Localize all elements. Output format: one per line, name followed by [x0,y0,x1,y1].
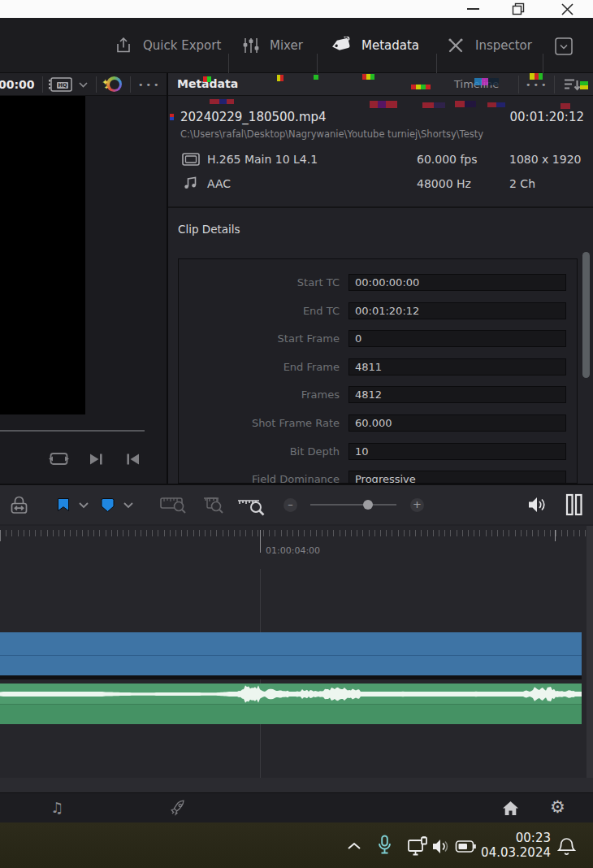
zoom-detail-icon [200,494,226,515]
field-input[interactable]: 00:01:20:12 [348,302,566,319]
field-row-shot-frame-rate: Shot Frame Rate60.000 [179,414,577,432]
marker-dropdown[interactable] [123,485,134,524]
quick-export-label: Quick Export [143,38,221,53]
toolbar-divider [436,54,437,75]
zoom-full-icon [159,494,188,515]
close-icon[interactable] [561,2,574,16]
viewer-scrubber[interactable] [0,430,145,432]
flag-dropdown[interactable] [78,485,89,524]
field-label: Shot Frame Rate [179,414,340,432]
tray-date: 04.03.2024 [455,845,551,860]
zoom-in-button[interactable]: + [410,485,424,524]
viewer-options-menu[interactable]: ••• [138,80,161,90]
clip-details-box: Start TC00:00:00:00End TC00:01:20:12Star… [178,258,578,484]
zoom-out-button[interactable]: – [284,485,297,524]
quick-export-button[interactable]: Quick Export [114,18,221,73]
lock-track-button[interactable] [8,485,30,524]
fairlight-page-icon[interactable]: ♫ [50,799,63,816]
notification-bell-icon[interactable] [557,836,576,857]
marker-button[interactable] [101,485,115,524]
metadata-scrollbar[interactable] [582,252,590,378]
glitch-artifact [203,76,211,82]
microphone-icon[interactable] [378,835,392,857]
timeline-ruler[interactable]: 01:00:04:00 [0,526,593,569]
metadata-tag-icon [330,37,352,55]
timeline-vertical-scrollbar[interactable] [587,526,593,569]
glitch-artifact [210,99,234,104]
glitch-artifact [314,75,318,80]
video-fps: 60.000 fps [417,153,478,166]
field-label: Field Dominance [179,471,340,484]
fusion-page-icon[interactable] [168,799,187,821]
video-codec: H.265 Main 10 L4.1 [207,153,318,166]
skip-next-icon [89,453,104,466]
playback-quality-button[interactable]: HQ [48,76,74,97]
custom-zoom-button[interactable] [236,485,266,524]
panel-options-menu[interactable]: ••• [526,80,548,90]
flag-button[interactable] [57,485,70,524]
cast-device-icon[interactable] [407,836,430,857]
field-label: Start Frame [179,330,340,348]
inspector-button[interactable]: Inspector [446,18,532,73]
field-row-start-frame: Start Frame0 [179,330,577,348]
mixer-toggle-button[interactable] [565,485,583,524]
color-enhance-button[interactable]: ✦ ✦ [103,76,123,93]
glitch-artifact [422,102,445,108]
panel-collapse-button[interactable] [554,37,574,59]
audio-rate: 48000 Hz [417,177,471,190]
audio-track-icon [184,176,197,190]
field-input[interactable]: 10 [348,443,566,460]
chevron-down-icon [123,501,134,509]
metadata-label: Metadata [361,38,419,53]
top-toolbar: Quick Export Mixer [0,18,593,73]
glitch-artifact [170,114,174,120]
zoom-slider[interactable] [310,485,396,524]
full-extent-zoom-button[interactable] [159,485,188,524]
viewer-timecode: 00:00 [0,78,35,91]
home-button[interactable] [502,801,519,819]
field-input[interactable]: 60.000 [348,414,566,432]
glitch-artifact [370,101,397,108]
video-preview[interactable] [0,96,85,414]
mixer-icon [242,36,260,55]
field-label: Bit Depth [179,443,340,461]
field-row-start-tc: Start TC00:00:00:00 [179,274,577,292]
toolbar-divider [317,54,318,75]
clip-file-name: 20240229_180500.mp4 [180,110,327,124]
field-row-bit-depth: Bit Depth10 [179,443,577,461]
zoom-slider-thumb[interactable] [363,500,373,510]
app-window: Quick Export Mixer [0,0,593,868]
tray-chevron-up-icon[interactable] [347,841,361,851]
detail-zoom-button[interactable] [200,485,226,524]
go-to-first-frame-button[interactable] [125,453,141,469]
glitch-artifact [362,74,374,80]
minimize-icon[interactable] [467,8,479,10]
tray-clock[interactable]: 00:23 04.03.2024 [455,831,551,860]
timeline-horizontal-scrollbar[interactable] [0,778,593,792]
chevron-down-icon [78,501,89,509]
field-input[interactable]: 4811 [348,358,566,375]
video-clip[interactable] [0,632,582,679]
chevron-down-icon[interactable] [78,81,89,89]
toolbar-divider [543,54,543,75]
video-resolution: 1080 x 1920 [509,153,581,166]
timeline-tracks[interactable] [0,569,593,778]
field-input[interactable]: 0 [348,330,566,347]
field-input[interactable]: 4812 [348,386,566,403]
audio-clip[interactable] [0,684,582,724]
box-chevron-down-icon [554,37,574,56]
metadata-button[interactable]: Metadata [330,18,419,73]
skip-first-icon [125,453,141,466]
glitch-artifact [487,102,505,107]
mixer-button[interactable]: Mixer [242,18,303,73]
restore-icon[interactable] [512,2,525,15]
settings-gear-icon[interactable]: ⚙ [550,799,565,816]
play-around-button[interactable] [89,453,104,469]
field-input[interactable]: 00:00:00:00 [348,274,566,291]
loop-button[interactable] [48,451,70,470]
audio-monitor-button[interactable] [526,485,548,524]
tray-speaker-icon[interactable] [431,838,451,855]
clip-details-title: Clip Details [178,223,240,236]
field-label: Start TC [179,274,340,292]
field-input[interactable]: Progressive [348,471,566,484]
